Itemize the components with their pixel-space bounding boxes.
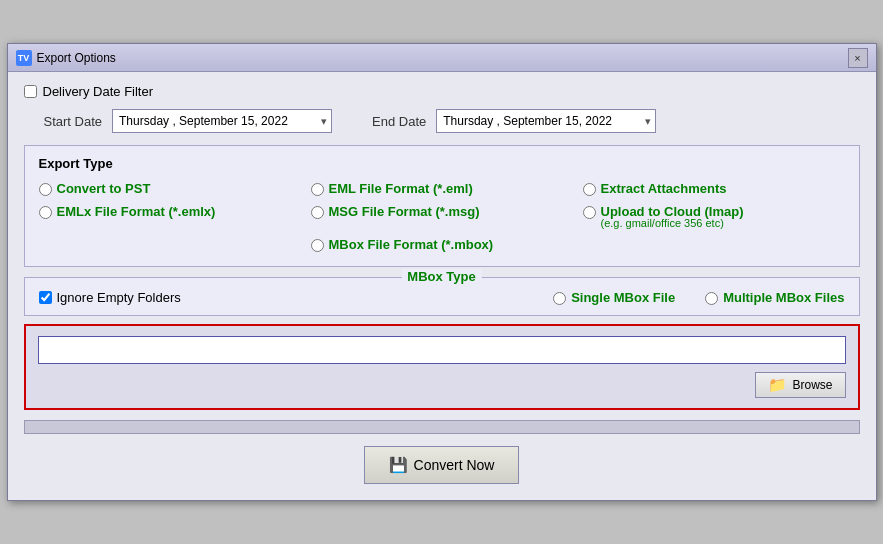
folder-icon: 📁 — [768, 376, 787, 394]
radio-multiple-mbox[interactable] — [705, 292, 718, 305]
start-date-wrapper: Thursday , September 15, 2022 — [112, 109, 332, 133]
path-section: 📁 Browse — [24, 324, 860, 410]
browse-button-label: Browse — [792, 378, 832, 392]
radio-extract-label[interactable]: Extract Attachments — [601, 181, 727, 196]
radio-item-mbox: MBox File Format (*.mbox) — [311, 237, 573, 252]
convert-now-button[interactable]: 💾 Convert Now — [364, 446, 520, 484]
radio-item-multiple-mbox: Multiple MBox Files — [705, 290, 844, 305]
radio-eml[interactable] — [311, 183, 324, 196]
convert-button-label: Convert Now — [414, 457, 495, 473]
delivery-date-filter-label[interactable]: Delivery Date Filter — [43, 84, 154, 99]
radio-mbox-label[interactable]: MBox File Format (*.mbox) — [329, 237, 494, 252]
end-date-wrapper: Thursday , September 15, 2022 — [436, 109, 656, 133]
radio-multiple-mbox-label[interactable]: Multiple MBox Files — [723, 290, 844, 305]
radio-item-pst: Convert to PST — [39, 181, 301, 196]
mbox-row: Ignore Empty Folders Single MBox File Mu… — [39, 290, 845, 305]
radio-extract[interactable] — [583, 183, 596, 196]
ignore-empty-folders-checkbox[interactable] — [39, 291, 52, 304]
radio-pst-label[interactable]: Convert to PST — [57, 181, 151, 196]
ignore-empty-folders-label[interactable]: Ignore Empty Folders — [57, 290, 181, 305]
export-type-title: Export Type — [39, 156, 845, 171]
progress-bar — [24, 420, 860, 434]
window-body: Delivery Date Filter Start Date Thursday… — [8, 72, 876, 500]
radio-msg[interactable] — [311, 206, 324, 219]
mbox-radio-group: Single MBox File Multiple MBox Files — [553, 290, 844, 305]
export-type-grid: Convert to PST EML File Format (*.eml) E… — [39, 181, 845, 252]
convert-row: 💾 Convert Now — [24, 446, 860, 484]
close-button[interactable]: × — [848, 48, 868, 68]
app-icon: TV — [16, 50, 32, 66]
browse-row: 📁 Browse — [38, 372, 846, 398]
radio-item-msg: MSG File Format (*.msg) — [311, 204, 573, 229]
title-bar-left: TV Export Options — [16, 50, 116, 66]
start-date-select[interactable]: Thursday , September 15, 2022 — [112, 109, 332, 133]
radio-item-eml: EML File Format (*.eml) — [311, 181, 573, 196]
export-options-window: TV Export Options × Delivery Date Filter… — [7, 43, 877, 501]
mbox-type-section: MBox Type Ignore Empty Folders Single MB… — [24, 277, 860, 316]
convert-icon: 💾 — [389, 456, 408, 474]
radio-item-extract: Extract Attachments — [583, 181, 845, 196]
ignore-empty-folders-item: Ignore Empty Folders — [39, 290, 181, 305]
delivery-filter-row: Delivery Date Filter — [24, 84, 860, 99]
radio-pst[interactable] — [39, 183, 52, 196]
radio-emlx-label[interactable]: EMLx File Format (*.emlx) — [57, 204, 216, 219]
radio-item-single-mbox: Single MBox File — [553, 290, 675, 305]
radio-mbox[interactable] — [311, 239, 324, 252]
radio-msg-label[interactable]: MSG File Format (*.msg) — [329, 204, 480, 219]
end-date-label: End Date — [372, 114, 426, 129]
end-date-select[interactable]: Thursday , September 15, 2022 — [436, 109, 656, 133]
date-row: Start Date Thursday , September 15, 2022… — [24, 109, 860, 133]
radio-emlx[interactable] — [39, 206, 52, 219]
path-input[interactable] — [38, 336, 846, 364]
export-type-section: Export Type Convert to PST EML File Form… — [24, 145, 860, 267]
window-title: Export Options — [37, 51, 116, 65]
start-date-label: Start Date — [44, 114, 103, 129]
radio-single-mbox[interactable] — [553, 292, 566, 305]
browse-button[interactable]: 📁 Browse — [755, 372, 845, 398]
mbox-type-label: MBox Type — [401, 269, 481, 284]
radio-single-mbox-label[interactable]: Single MBox File — [571, 290, 675, 305]
delivery-date-filter-checkbox[interactable] — [24, 85, 37, 98]
radio-item-emlx: EMLx File Format (*.emlx) — [39, 204, 301, 229]
radio-cloud-sub: (e.g. gmail/office 356 etc) — [583, 217, 845, 229]
radio-item-cloud: Upload to Cloud (Imap) (e.g. gmail/offic… — [583, 204, 845, 229]
title-bar: TV Export Options × — [8, 44, 876, 72]
radio-eml-label[interactable]: EML File Format (*.eml) — [329, 181, 473, 196]
